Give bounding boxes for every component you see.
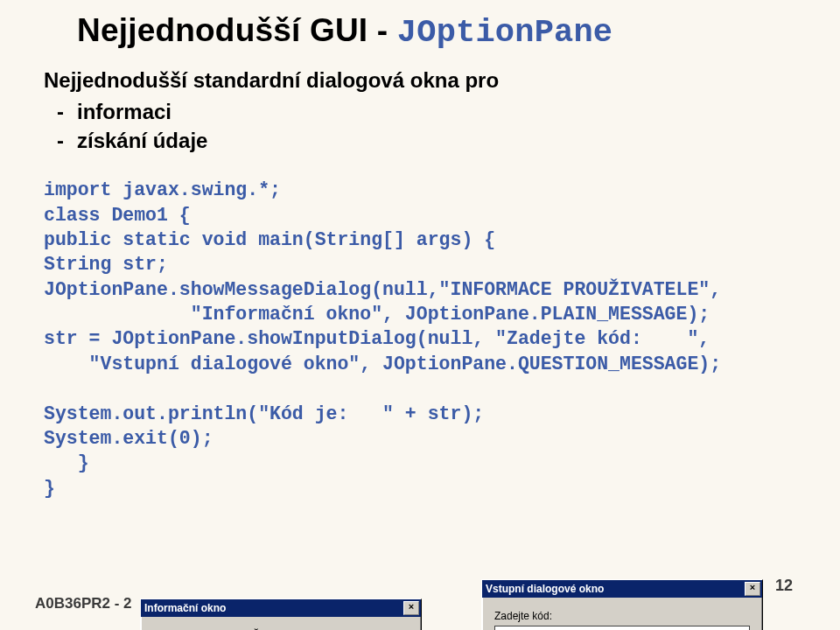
- intro-text: Nejjednodušší standardní dialogová okna …: [44, 66, 805, 94]
- bullet-label: informaci: [77, 100, 172, 123]
- slide-title: Nejjednodušší GUI - JOptionPane: [77, 12, 805, 51]
- course-code: A0B36PR2 - 2: [35, 595, 132, 612]
- code-block: import javax.swing.*; class Demo1 { publ…: [44, 178, 805, 500]
- bullet-label: získání údaje: [77, 129, 207, 152]
- input-dialog-titlebar: Vstupní dialogové okno ×: [482, 580, 762, 598]
- bullet-list: -informaci -získání údaje: [44, 98, 805, 155]
- input-dialog: Vstupní dialogové okno × Zadejte kód: OK…: [481, 579, 763, 630]
- input-dialog-title: Vstupní dialogové okno: [486, 583, 604, 595]
- title-plain: Nejjednodušší GUI -: [77, 12, 397, 48]
- input-dialog-body: Zadejte kód:: [482, 598, 762, 630]
- page-number: 12: [775, 577, 793, 595]
- code-input[interactable]: [494, 626, 750, 630]
- close-icon[interactable]: ×: [403, 601, 419, 615]
- bullet-item: -získání údaje: [44, 127, 805, 155]
- info-dialog-title: Informační okno: [144, 602, 226, 614]
- info-dialog-body: INFORMACE PRO UŽIVATELE: [141, 617, 421, 630]
- bullet-item: -informaci: [44, 98, 805, 126]
- info-dialog: Informační okno × INFORMACE PRO UŽIVATEL…: [140, 598, 422, 630]
- input-dialog-label: Zadejte kód:: [494, 610, 750, 622]
- slide: Nejjednodušší GUI - JOptionPane Nejjedno…: [0, 0, 840, 630]
- title-mono: JOptionPane: [397, 14, 612, 51]
- close-icon[interactable]: ×: [745, 582, 760, 596]
- info-dialog-titlebar: Informační okno ×: [141, 599, 421, 617]
